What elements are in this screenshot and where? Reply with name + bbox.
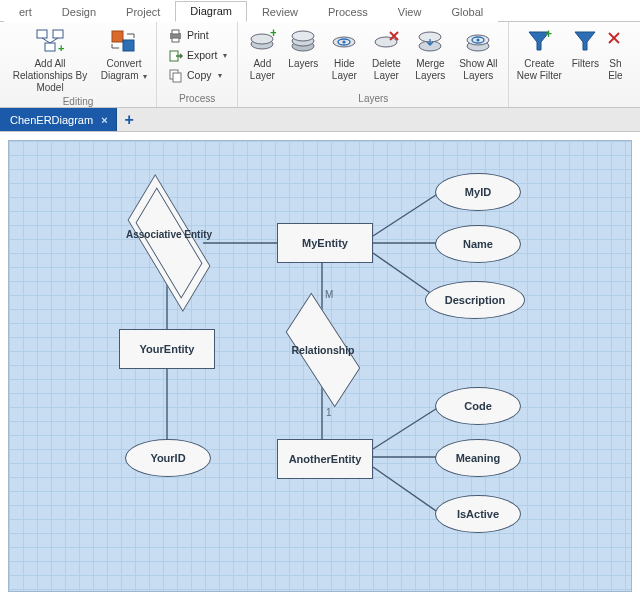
button-label: Filters xyxy=(572,58,599,82)
delete-layer-button[interactable]: Delete Layer xyxy=(364,24,408,82)
shape-label: Meaning xyxy=(456,452,501,464)
svg-rect-1 xyxy=(53,30,63,38)
create-new-filter-button[interactable]: + Create New Filter xyxy=(513,24,565,82)
tab-project[interactable]: Project xyxy=(111,2,175,22)
show-elements-button[interactable]: Sh Ele xyxy=(605,24,625,82)
svg-rect-2 xyxy=(45,43,55,51)
show-all-layers-button[interactable]: Show All Layers xyxy=(452,24,504,82)
button-label: Delete Layer xyxy=(366,58,406,82)
button-label: Print xyxy=(187,29,209,41)
attr-meaning[interactable]: Meaning xyxy=(435,439,521,477)
entity-yourentity[interactable]: YourEntity xyxy=(119,329,215,369)
svg-line-45 xyxy=(373,467,439,513)
group-label xyxy=(513,102,625,107)
shape-label: MyEntity xyxy=(302,237,348,249)
add-tab-button[interactable]: + xyxy=(117,108,142,131)
ribbon-group-filters: + Create New Filter Filters Sh Ele xyxy=(509,22,629,107)
attr-yourid[interactable]: YourID xyxy=(125,439,211,477)
shape-label: Description xyxy=(445,294,506,306)
svg-line-4 xyxy=(50,38,58,43)
plus-icon: + xyxy=(125,111,134,129)
group-label: Layers xyxy=(242,91,504,107)
svg-point-23 xyxy=(375,37,397,47)
ribbon-group-editing: + Add All Relationships By Model Convert… xyxy=(0,22,157,107)
shape-label: YourEntity xyxy=(140,343,195,355)
shape-label: Code xyxy=(464,400,492,412)
button-label: Export xyxy=(187,49,217,61)
hide-layer-icon xyxy=(328,26,360,56)
delete-layer-icon xyxy=(370,26,402,56)
associative-entity-shape[interactable]: Associative Entity xyxy=(117,217,221,269)
convert-diagram-button[interactable]: Convert Diagram ▾ xyxy=(96,24,152,83)
diagram-canvas[interactable]: Associative Entity MyEntity YourEntity A… xyxy=(8,140,632,592)
shape-label: YourID xyxy=(150,452,185,464)
svg-rect-9 xyxy=(172,30,179,34)
copy-icon xyxy=(167,67,183,83)
button-label: Create New Filter xyxy=(515,58,563,82)
shape-label: Associative Entity xyxy=(123,229,215,241)
shape-label: Name xyxy=(463,238,493,250)
entity-myentity[interactable]: MyEntity xyxy=(277,223,373,263)
tab-ert[interactable]: ert xyxy=(4,2,47,22)
diagram-canvas-wrap: Associative Entity MyEntity YourEntity A… xyxy=(0,132,640,600)
caret-icon: ▾ xyxy=(143,72,147,81)
svg-text:+: + xyxy=(545,28,552,41)
export-icon xyxy=(167,47,183,63)
add-layer-button[interactable]: + Add Layer xyxy=(242,24,282,82)
add-layer-icon: + xyxy=(246,26,278,56)
cardinality-1: 1 xyxy=(326,407,332,418)
svg-point-19 xyxy=(292,31,314,41)
button-label: Hide Layer xyxy=(326,58,362,82)
svg-line-43 xyxy=(373,407,439,449)
hide-layer-button[interactable]: Hide Layer xyxy=(324,24,364,82)
svg-rect-10 xyxy=(172,38,179,42)
attr-name[interactable]: Name xyxy=(435,225,521,263)
tab-design[interactable]: Design xyxy=(47,2,111,22)
button-label: Add Layer xyxy=(244,58,280,82)
document-tab-strip: ChenERDiagram × + xyxy=(0,108,640,132)
button-label: Sh Ele xyxy=(607,58,623,82)
tab-diagram[interactable]: Diagram xyxy=(175,1,247,22)
close-icon[interactable]: × xyxy=(101,114,107,126)
button-label: Convert Diagram ▾ xyxy=(98,58,150,83)
document-title: ChenERDiagram xyxy=(10,114,93,126)
filter-add-icon: + xyxy=(523,26,555,56)
tab-review[interactable]: Review xyxy=(247,2,313,22)
document-tab-active[interactable]: ChenERDiagram × xyxy=(0,108,117,131)
tab-process[interactable]: Process xyxy=(313,2,383,22)
layers-button[interactable]: Layers xyxy=(282,24,324,82)
merge-layers-icon xyxy=(414,26,446,56)
filter-icon xyxy=(569,26,601,56)
shape-label: AnotherEntity xyxy=(289,453,362,465)
attr-code[interactable]: Code xyxy=(435,387,521,425)
cardinality-m: M xyxy=(325,289,333,300)
attr-myid[interactable]: MyID xyxy=(435,173,521,211)
svg-text:+: + xyxy=(270,28,276,40)
button-label: Merge Layers xyxy=(410,58,450,82)
svg-point-31 xyxy=(477,38,480,41)
caret-icon: ▾ xyxy=(218,71,222,80)
ribbon-group-layers: + Add Layer Layers Hide Layer Delete Lay… xyxy=(238,22,509,107)
svg-line-3 xyxy=(42,38,50,43)
add-all-relationships-button[interactable]: + Add All Relationships By Model xyxy=(4,24,96,94)
svg-point-22 xyxy=(343,40,346,43)
tab-global[interactable]: Global xyxy=(436,2,498,22)
svg-rect-0 xyxy=(37,30,47,38)
layers-icon xyxy=(287,26,319,56)
print-button[interactable]: Print xyxy=(165,26,229,44)
merge-layers-button[interactable]: Merge Layers xyxy=(408,24,452,82)
relationship-shape[interactable]: Relationship xyxy=(279,327,367,373)
tab-view[interactable]: View xyxy=(383,2,437,22)
shape-label: Relationship xyxy=(279,327,367,373)
caret-icon: ▾ xyxy=(223,51,227,60)
attr-isactive[interactable]: IsActive xyxy=(435,495,521,533)
svg-line-37 xyxy=(373,193,439,236)
copy-button[interactable]: Copy ▾ xyxy=(165,66,229,84)
export-button[interactable]: Export ▾ xyxy=(165,46,229,64)
svg-rect-7 xyxy=(123,40,134,51)
attr-description[interactable]: Description xyxy=(425,281,525,319)
show-elements-icon xyxy=(599,26,631,56)
entity-anotherentity[interactable]: AnotherEntity xyxy=(277,439,373,479)
main-tabs: ert Design Project Diagram Review Proces… xyxy=(0,0,640,22)
button-label: Show All Layers xyxy=(454,58,502,82)
